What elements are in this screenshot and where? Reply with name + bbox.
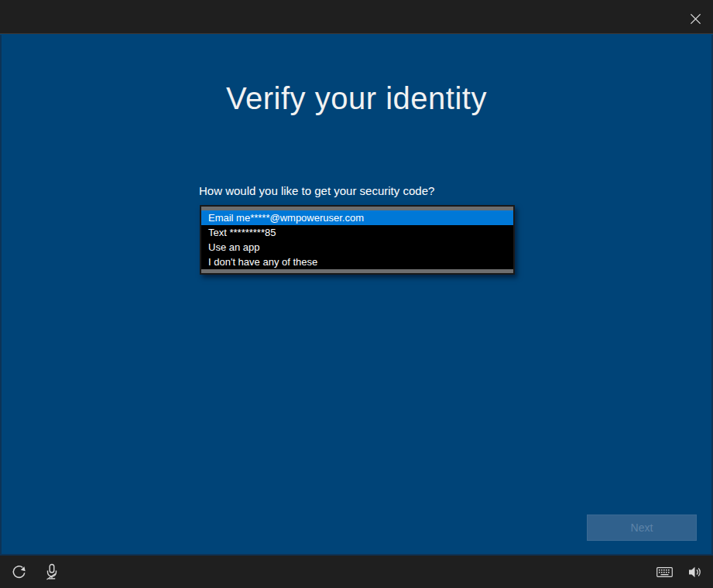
page-title: Verify your identity	[2, 81, 711, 116]
dropdown-option-app[interactable]: Use an app	[201, 240, 513, 255]
ease-of-access-icon	[11, 564, 27, 580]
ease-of-access-button[interactable]	[6, 559, 31, 584]
close-button[interactable]	[683, 6, 708, 31]
verify-identity-window: Verify your identity How would you like …	[0, 0, 713, 588]
close-icon	[690, 13, 701, 25]
keyboard-button[interactable]	[652, 559, 677, 584]
security-code-question: How would you like to get your security …	[199, 184, 434, 197]
keyboard-icon	[656, 567, 673, 577]
security-code-dropdown[interactable]: Email me*****@wmpoweruser.com Text *****…	[200, 205, 515, 275]
microphone-button[interactable]	[39, 559, 64, 584]
microphone-muted-icon	[44, 563, 60, 581]
titlebar	[0, 0, 713, 34]
dropdown-option-none[interactable]: I don't have any of these	[201, 255, 513, 269]
volume-icon	[687, 565, 702, 579]
next-button[interactable]: Next	[587, 514, 697, 541]
main-panel: Verify your identity How would you like …	[0, 35, 713, 556]
dropdown-option-email[interactable]: Email me*****@wmpoweruser.com	[201, 210, 513, 225]
dropdown-option-text[interactable]: Text *********85	[201, 225, 513, 240]
volume-button[interactable]	[682, 559, 707, 584]
dropdown-bottom-strip	[201, 269, 513, 273]
taskbar	[0, 556, 713, 588]
